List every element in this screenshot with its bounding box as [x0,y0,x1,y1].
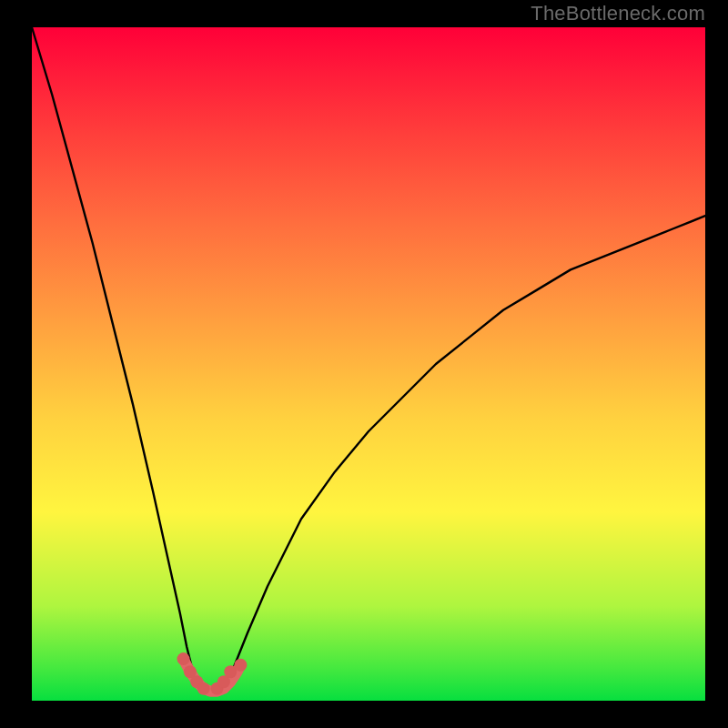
curve-layer [0,0,728,728]
bottom-arc-dot [234,659,247,672]
bottom-arc-dot [177,652,190,665]
main-curve [32,27,705,694]
chart-frame: TheBottleneck.com [0,0,728,728]
bottom-arc-dot [197,682,210,695]
